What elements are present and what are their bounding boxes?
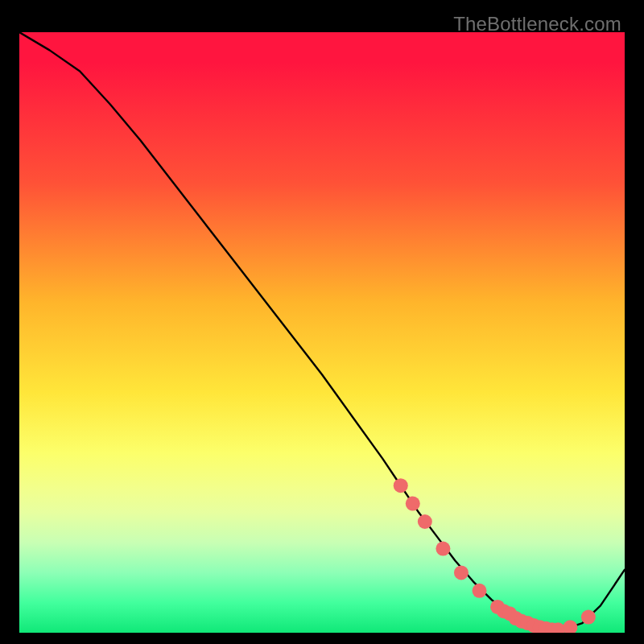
highlight-marker-group — [394, 478, 596, 633]
highlight-marker — [581, 610, 596, 625]
plot-area — [19, 32, 625, 633]
chart-svg — [19, 32, 625, 633]
highlight-marker — [563, 620, 577, 633]
highlight-marker — [406, 497, 420, 511]
highlight-marker — [454, 565, 469, 580]
chart-frame: TheBottleneck.com — [8, 8, 636, 636]
highlight-marker — [436, 542, 450, 556]
highlight-marker — [418, 514, 432, 529]
highlight-marker — [473, 584, 487, 598]
curve-line — [19, 32, 625, 630]
highlight-marker — [394, 478, 408, 493]
